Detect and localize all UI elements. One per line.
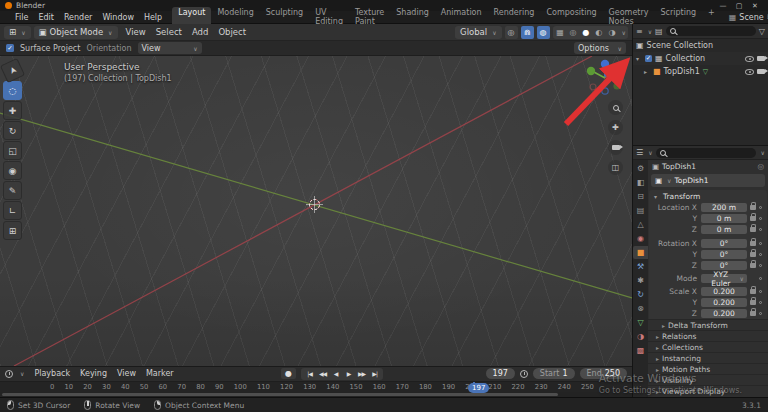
tab-physics-properties[interactable]: ↻	[633, 288, 648, 301]
viewport-menu-select[interactable]: Select	[151, 27, 187, 37]
close-button[interactable]: ✕	[747, 2, 763, 10]
proportional-editing-button[interactable]: ◍	[537, 26, 550, 39]
shading-material-icon[interactable]: ◐	[594, 28, 605, 37]
transform-panel-header[interactable]: ▾ Transform	[649, 190, 767, 202]
outliner-row-object[interactable]: ▸ ■ TopDish1 ▽	[633, 65, 768, 78]
orientation-dropdown[interactable]: View	[138, 42, 202, 54]
menu-render[interactable]: Render	[59, 13, 97, 22]
rotation-mode-dropdown[interactable]: XYZ Euler	[701, 274, 747, 283]
properties-editor-icon[interactable]: ☰	[636, 148, 643, 157]
zoom-view-icon[interactable]	[608, 100, 623, 115]
transform-orientation-dropdown[interactable]: Global	[455, 26, 502, 39]
tab-world-properties[interactable]: ◉	[633, 232, 648, 245]
perspective-toggle-icon[interactable]: ◫	[608, 160, 623, 175]
filter-icon[interactable]: ▽	[759, 27, 765, 36]
lock-icon[interactable]	[750, 300, 756, 305]
editor-type-button[interactable]: ⊞	[4, 26, 31, 39]
surface-project-checkbox[interactable]: ✓	[6, 44, 14, 52]
animate-decorator-icon[interactable]	[759, 264, 762, 267]
panel-instancing[interactable]: Instancing	[648, 352, 768, 363]
panel-viewport-display[interactable]: Viewport Display	[648, 385, 768, 396]
end-frame-field[interactable]: End 250	[580, 368, 627, 379]
scale-y-field[interactable]: 0.200	[701, 298, 747, 307]
animate-decorator-icon[interactable]	[759, 253, 762, 256]
play-reverse-button[interactable]: ◀	[329, 370, 342, 377]
animate-decorator-icon[interactable]	[759, 206, 762, 209]
rotate-tool[interactable]: ↻	[3, 121, 22, 140]
scene-selector[interactable]: ▦ Scene ⊞ ✕	[729, 13, 768, 22]
collection-checkbox[interactable]: ✓	[645, 55, 652, 62]
previous-keyframe-button[interactable]: ◀◀	[316, 370, 329, 377]
lock-icon[interactable]	[750, 227, 756, 232]
timeline-ruler[interactable]: 0102030405060708090100110120130140150160…	[0, 381, 632, 393]
tweak-select-tool[interactable]: ➤	[0, 58, 25, 83]
location-z-field[interactable]: 0 m	[701, 225, 747, 234]
animate-decorator-icon[interactable]	[759, 242, 762, 245]
scale-x-field[interactable]: 0.200	[701, 287, 747, 296]
disable-in-render-icon[interactable]	[757, 56, 765, 61]
preview-range-icon[interactable]	[520, 370, 528, 378]
lock-icon[interactable]	[750, 252, 756, 257]
maximize-button[interactable]: ▢	[731, 2, 747, 10]
object-name-field[interactable]: ▣ TopDish1	[651, 174, 765, 187]
animate-decorator-icon[interactable]	[759, 277, 762, 280]
tab-modifier-properties[interactable]: ⚒	[633, 260, 648, 273]
shading-solid-icon[interactable]: ●	[581, 28, 592, 37]
show-gizmo-icon[interactable]: ▦	[555, 28, 566, 37]
jump-to-end-button[interactable]: ▶|	[368, 370, 381, 377]
rotation-y-field[interactable]: 0°	[701, 250, 747, 259]
tab-object-data-properties[interactable]: ▽	[633, 316, 648, 329]
properties-search-input[interactable]	[656, 148, 756, 158]
scale-tool[interactable]: ◱	[3, 141, 22, 160]
snap-magnet-button[interactable]: ⋒	[521, 26, 534, 39]
options-button[interactable]: Options	[574, 42, 626, 54]
panel-motion-paths[interactable]: Motion Paths	[648, 363, 768, 374]
viewport-canvas[interactable]: User Perspective (197) Collection | TopD…	[0, 56, 632, 366]
add-primitive-tool[interactable]: ⊞	[3, 221, 22, 240]
timeline-menu-playback[interactable]: Playback	[29, 369, 75, 378]
outliner-row-collection[interactable]: ▾ ✓ ▦ Collection	[633, 52, 768, 65]
animate-decorator-icon[interactable]	[759, 301, 762, 304]
location-x-field[interactable]: 200 m	[701, 203, 747, 212]
panel-delta-transform[interactable]: Delta Transform	[648, 319, 768, 330]
tab-particle-properties[interactable]: ✱	[633, 274, 648, 287]
lock-icon[interactable]	[750, 311, 756, 316]
lock-icon[interactable]	[750, 241, 756, 246]
animate-decorator-icon[interactable]	[759, 312, 762, 315]
timeline-menu-view[interactable]: View	[112, 369, 141, 378]
panel-relations[interactable]: Relations	[648, 330, 768, 341]
timeline-menu-marker[interactable]: Marker	[141, 369, 179, 378]
tab-scene-properties[interactable]: △	[633, 218, 648, 231]
hide-in-viewport-icon[interactable]	[745, 56, 754, 62]
viewport-menu-view[interactable]: View	[121, 27, 151, 37]
outliner-search-input[interactable]	[666, 26, 756, 36]
outliner-row-scene-collection[interactable]: ▣ Scene Collection	[633, 39, 768, 52]
camera-view-icon[interactable]	[608, 140, 623, 155]
scale-z-field[interactable]: 0.200	[701, 309, 747, 318]
animate-decorator-icon[interactable]	[759, 290, 762, 293]
mode-dropdown[interactable]: ▣ Object Mode	[34, 26, 118, 39]
auto-keying-button[interactable]: ●	[281, 368, 296, 379]
annotate-tool[interactable]: ✎	[3, 181, 22, 200]
display-mode-icon[interactable]: ▤	[655, 27, 663, 36]
pin-icon[interactable]: ◎	[757, 162, 764, 171]
measure-tool[interactable]: ∟	[3, 201, 22, 220]
timeline-scrollbar[interactable]	[0, 392, 632, 397]
breadcrumb-object-name[interactable]: TopDish1	[662, 162, 696, 171]
viewport-menu-object[interactable]: Object	[213, 27, 251, 37]
hide-in-viewport-icon[interactable]	[745, 69, 754, 75]
panel-collections[interactable]: Collections	[648, 341, 768, 352]
play-button[interactable]: ▶	[342, 370, 355, 377]
menu-file[interactable]: File	[10, 13, 33, 22]
show-overlays-icon[interactable]: ◎	[568, 28, 579, 37]
outliner-editor-icon[interactable]: ≡	[636, 27, 643, 36]
pivot-point-button[interactable]: ◎	[505, 26, 518, 39]
tab-output-properties[interactable]: ⊟	[633, 190, 648, 203]
lock-icon[interactable]	[750, 205, 756, 210]
menu-help[interactable]: Help	[139, 13, 167, 22]
current-frame-badge[interactable]: 197	[468, 383, 489, 393]
viewport-menu-add[interactable]: Add	[187, 27, 213, 37]
expander-icon[interactable]: ▸	[644, 68, 650, 75]
transform-tool[interactable]: ◉	[3, 161, 22, 180]
lock-icon[interactable]	[750, 216, 756, 221]
